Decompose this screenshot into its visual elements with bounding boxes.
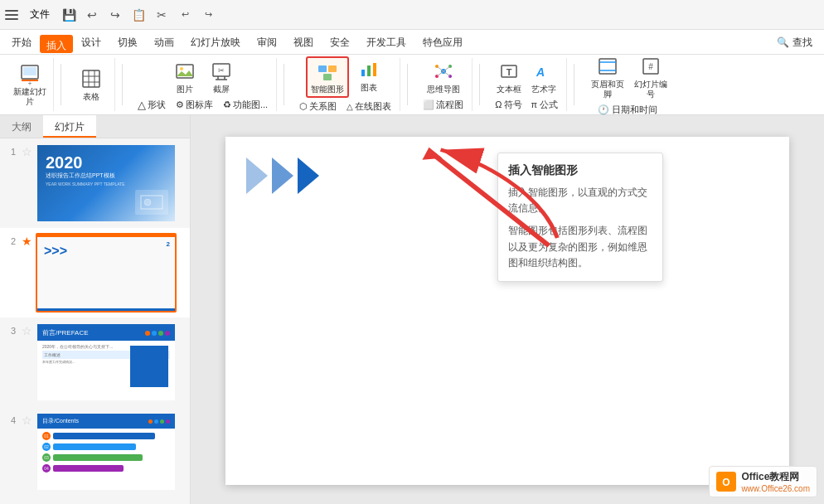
group-images: 图片 ✂ 截屏 [129, 58, 277, 111]
svg-text:A: A [536, 65, 545, 79]
slide-number-4: 4 [7, 415, 20, 425]
picture-button[interactable]: 图片 [168, 58, 201, 96]
tab-slideshow[interactable]: 幻灯片放映 [182, 30, 249, 55]
top-bar: 文件 💾 ↩ ↪ 📋 ✂ ↩ ↪ [0, 0, 824, 30]
svg-line-30 [444, 71, 450, 76]
svg-text:✂: ✂ [218, 66, 225, 75]
table-button[interactable]: 表格 [73, 65, 109, 104]
svg-rect-21 [373, 63, 376, 76]
star-icon-4[interactable]: ☆ [22, 414, 32, 427]
new-slide-button[interactable]: ＋ 新建幻灯片 [12, 61, 48, 109]
smart-shape-button[interactable]: 智能图形 [306, 56, 349, 98]
editor-canvas[interactable]: 插入智能图形 插入智能图形，以直观的方式交流信息。 智能图形包括图形列表、流程图… [191, 115, 824, 504]
hamburger-menu[interactable] [5, 10, 18, 20]
separator-1 [61, 64, 61, 105]
undo2-button[interactable]: ↩ [176, 6, 194, 24]
new-slide-icon: ＋ [18, 62, 41, 85]
slide-thumb-3[interactable]: 前言/PREFACE 2020年，在公司领导的关心与支持下... 工作概述 本年… [36, 322, 177, 402]
smart-shape-icon [316, 60, 339, 83]
popup-body: 插入智能图形，以直观的方式交流信息。 智能图形包括图形列表、流程图以及更为复杂的… [508, 185, 652, 271]
datetime-button[interactable]: 🕐 日期和时间 [594, 103, 661, 117]
main-area: 大纲 幻灯片 1 ☆ 2020 述职报告工作总结PPT模板YEAR WORK S… [0, 115, 824, 504]
smartshape-popup: 插入智能图形 插入智能图形，以直观的方式交流信息。 智能图形包括图形列表、流程图… [497, 153, 663, 282]
file-menu-button[interactable]: 文件 [25, 7, 55, 22]
tab-search[interactable]: 🔍查找 [768, 30, 821, 55]
mindmap-button[interactable]: 思维导图 [424, 58, 463, 96]
tab-transition[interactable]: 切换 [109, 30, 146, 55]
slide-thumb-1[interactable]: 2020 述职报告工作总结PPT模板YEAR WORK SUMMARY PPT … [36, 143, 177, 223]
picture-icon [173, 60, 196, 83]
wordart-button[interactable]: A 艺术字 [527, 58, 560, 96]
slide-thumb-2[interactable]: >>> 2 [36, 233, 177, 313]
slide-number-2: 2 [7, 236, 20, 246]
save-button[interactable]: 💾 [60, 6, 78, 24]
function-chart-button[interactable]: ♻功能图... [220, 98, 271, 112]
tab-security[interactable]: 安全 [322, 30, 358, 55]
tab-slides[interactable]: 幻灯片 [43, 115, 96, 138]
separator-3 [284, 64, 284, 105]
symbol-button[interactable]: Ω 符号 [492, 98, 526, 112]
watermark-url: www.Office26.com [741, 484, 810, 493]
textbox-button[interactable]: T 文本框 [492, 58, 526, 96]
relation-chart-button[interactable]: ⬡关系图 [296, 99, 340, 114]
tab-start[interactable]: 开始 [3, 30, 40, 55]
screenshot-button[interactable]: ✂ 截屏 [205, 58, 238, 96]
svg-text:#: # [648, 62, 653, 71]
table-icon [80, 67, 103, 90]
quick-access-toolbar: 文件 💾 ↩ ↪ 📋 ✂ ↩ ↪ [25, 6, 217, 24]
svg-line-29 [437, 71, 444, 76]
undo-button[interactable]: ↩ [83, 6, 101, 24]
chart-button[interactable]: 图表 [352, 56, 385, 98]
svg-rect-34 [599, 59, 616, 74]
smart-shape-label: 智能图形 [311, 85, 344, 94]
tab-outline[interactable]: 大纲 [0, 115, 43, 138]
separator-4 [407, 64, 408, 105]
slide-number-3: 3 [7, 326, 20, 336]
separator-5 [479, 64, 480, 105]
ribbon-content: ＋ 新建幻灯片 表格 [0, 55, 824, 114]
flowchart-button[interactable]: ⬜流程图 [419, 98, 467, 112]
online-chart-button[interactable]: △在线图表 [343, 99, 395, 114]
slide-number-button[interactable]: # 幻灯片编号 [633, 53, 669, 101]
slide1-year: 2020 [46, 153, 83, 172]
ribbon-tabs: 开始 插入 设计 切换 动画 幻灯片放映 审阅 视图 安全 开发工具 特色应用 … [0, 30, 824, 55]
slide-item-3[interactable]: 3 ☆ 前言/PREFACE 2020年，在 [0, 317, 190, 407]
svg-rect-20 [367, 65, 371, 76]
shape-button[interactable]: △形状 [134, 98, 169, 112]
svg-line-27 [437, 66, 444, 71]
slide-item-4[interactable]: 4 ☆ 目录/Contents 01 [0, 407, 190, 497]
copy-button[interactable]: 📋 [129, 6, 148, 24]
star-icon-2[interactable]: ★ [22, 235, 32, 248]
header-footer-icon [596, 55, 619, 78]
svg-point-10 [180, 67, 183, 70]
slide-item-1[interactable]: 1 ☆ 2020 述职报告工作总结PPT模板YEAR WORK SUMMARY … [0, 138, 190, 228]
icon-library-button[interactable]: ⚙图标库 [172, 98, 216, 112]
group-smart: 智能图形 图表 ⬡关系图 [291, 58, 400, 111]
redo-button[interactable]: ↪ [106, 6, 124, 24]
popup-title: 插入智能图形 [508, 163, 652, 178]
chart-label: 图表 [361, 83, 377, 93]
svg-point-40 [144, 199, 151, 206]
tab-insert[interactable]: 插入 [40, 35, 73, 53]
cut-button[interactable]: ✂ [153, 6, 171, 24]
header-footer-button[interactable]: 页眉和页脚 [586, 53, 629, 101]
star-icon-1[interactable]: ☆ [22, 145, 32, 158]
wordart-label: 艺术字 [531, 85, 556, 94]
star-icon-3[interactable]: ☆ [22, 324, 32, 337]
svg-text:O: O [723, 477, 730, 488]
svg-rect-18 [323, 74, 332, 80]
panel-tabs: 大纲 幻灯片 [0, 115, 190, 138]
tab-review[interactable]: 审阅 [249, 30, 285, 55]
formula-button[interactable]: π 公式 [527, 98, 561, 112]
tab-design[interactable]: 设计 [73, 30, 109, 55]
redo2-button[interactable]: ↪ [199, 6, 217, 24]
tab-special[interactable]: 特色应用 [414, 30, 471, 55]
tab-devtools[interactable]: 开发工具 [358, 30, 414, 55]
new-slide-label: 新建幻灯片 [13, 87, 46, 107]
slide-thumb-4[interactable]: 目录/Contents 01 [36, 412, 177, 492]
tab-view[interactable]: 视图 [285, 30, 322, 55]
slide-item-2[interactable]: 2 ★ >>> 2 [0, 228, 190, 317]
wordart-icon: A [532, 60, 555, 83]
tab-animation[interactable]: 动画 [146, 30, 182, 55]
watermark-brand: Office教程网 [741, 470, 810, 484]
